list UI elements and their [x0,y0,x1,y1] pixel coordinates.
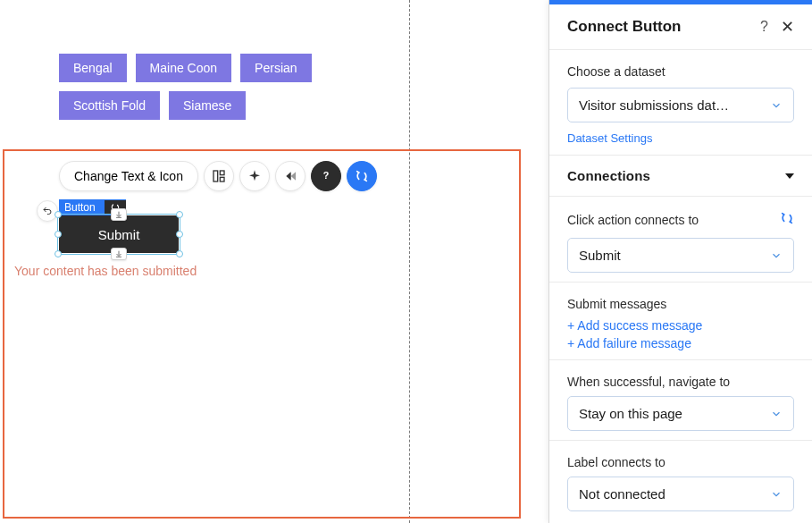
connect-data-icon[interactable] [347,161,377,191]
tag-item[interactable]: Persian [240,54,311,82]
help-icon[interactable]: ? [760,19,768,35]
close-icon[interactable]: ✕ [781,17,794,37]
resize-handle[interactable] [176,231,183,238]
dataset-dropdown[interactable]: Visitor submissions dat… [567,88,794,122]
add-failure-link[interactable]: + Add failure message [567,336,794,350]
resize-handle[interactable] [54,211,62,218]
click-action-label: Click action connects to [567,213,699,227]
add-success-link[interactable]: + Add success message [567,318,794,333]
editor-canvas: Bengal Maine Coon Persian Scottish Fold … [0,0,548,523]
connections-header[interactable]: Connections [549,156,812,197]
submit-messages-label: Submit messages [567,297,794,311]
layout-icon[interactable] [204,161,234,191]
dataset-section: Choose a dataset Visitor submissions dat… [549,50,812,156]
floating-toolbar: Change Text & Icon ? [59,161,377,191]
chevron-down-icon [770,99,783,112]
chevron-down-icon [770,249,783,262]
selected-element[interactable]: Submit [59,215,179,253]
resize-handle[interactable] [176,250,183,257]
connect-panel: Connect Button ? ✕ Choose a dataset Visi… [548,0,812,523]
tag-item[interactable]: Siamese [169,91,246,120]
click-action-dropdown[interactable]: Submit [567,238,794,273]
help-icon[interactable]: ? [311,161,341,191]
label-connects-section: Label connects to Not connected [549,441,812,520]
status-message: Your content has been submitted [14,264,197,278]
resize-handle[interactable] [54,250,62,257]
connections-title: Connections [567,168,650,183]
attach-handle-icon[interactable] [111,248,127,260]
svg-rect-2 [220,177,224,181]
tag-item[interactable]: Maine Coon [136,54,232,82]
svg-rect-1 [220,171,224,175]
tag-item[interactable]: Bengal [59,54,127,82]
submit-messages-section: Submit messages + Add success message + … [549,283,812,360]
click-action-section: Click action connects to Submit [549,197,812,283]
connect-indicator-icon [780,211,794,229]
attach-handle-icon[interactable] [111,208,127,221]
tag-item[interactable]: Scottish Fold [59,91,160,120]
animation-icon[interactable] [275,161,306,191]
click-action-value: Submit [579,248,621,263]
resize-handle[interactable] [54,231,62,238]
navigate-value: Stay on this page [579,406,682,421]
dataset-settings-link[interactable]: Dataset Settings [567,131,652,145]
tags-group: Bengal Maine Coon Persian Scottish Fold … [59,54,327,120]
svg-rect-0 [213,171,218,181]
panel-header: Connect Button ? ✕ [549,4,812,50]
design-icon[interactable] [239,161,270,191]
change-text-button[interactable]: Change Text & Icon [59,161,198,191]
svg-text:?: ? [323,170,330,181]
panel-title: Connect Button [567,18,681,36]
label-connects-label: Label connects to [567,455,794,469]
chevron-down-icon [770,488,783,501]
label-connects-value: Not connected [579,486,666,502]
resize-handle[interactable] [176,211,183,218]
navigate-dropdown[interactable]: Stay on this page [567,396,794,431]
dataset-value: Visitor submissions dat… [579,97,729,113]
dataset-label: Choose a dataset [567,64,794,79]
label-connects-dropdown[interactable]: Not connected [567,477,794,511]
navigate-section: When successful, navigate to Stay on thi… [549,360,812,441]
chevron-down-icon [770,408,783,420]
badge-text: Button [64,201,96,214]
navigate-label: When successful, navigate to [567,375,794,389]
chevron-down-icon [785,173,794,179]
